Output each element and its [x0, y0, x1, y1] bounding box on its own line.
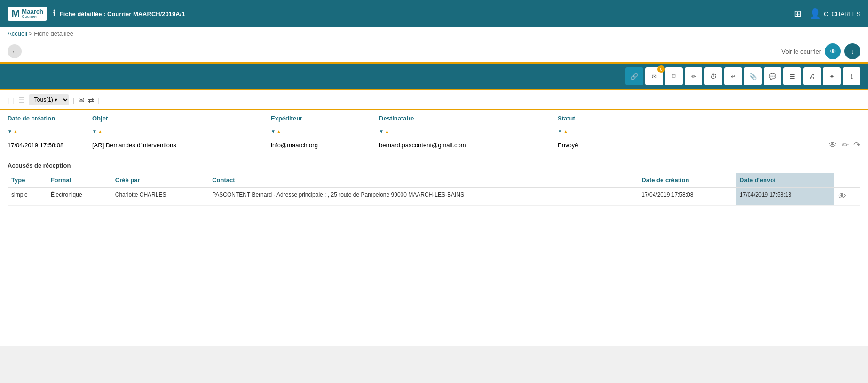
th-accuse-type: Type [8, 173, 47, 188]
filter-dropdown[interactable]: Tous(1) ▾ [29, 94, 69, 105]
filter-hamburger-icon: ☰ [18, 96, 25, 104]
th-accuse-contact: Contact [208, 173, 638, 188]
share-button[interactable]: ✦ [823, 67, 841, 85]
th-accuse-cree-par: Créé par [111, 173, 208, 188]
sort-destinataire[interactable]: ▼ ▲ [379, 129, 558, 134]
info-detail-button[interactable]: ℹ [843, 67, 860, 85]
logo-m-letter: M [11, 8, 20, 19]
row-view-icon[interactable]: 👁 [829, 140, 837, 150]
breadcrumb-current: Fiche détaillée [34, 30, 73, 37]
cell-statut: Envoyé [558, 142, 578, 149]
copy-icon: ⧉ [672, 72, 676, 80]
accuse-view-icon[interactable]: 👁 [838, 192, 846, 201]
toolbar-bar: ← Voir le courrier 👁 ↓ [0, 40, 868, 64]
accuse-row-action: 👁 [834, 188, 860, 206]
cell-destinataire: bernard.pascontent@gmail.com [379, 142, 558, 149]
cell-date-creation: 17/04/2019 17:58:08 [8, 142, 92, 149]
th-accuse-actions [834, 173, 860, 188]
row-actions: 👁 ✏ ↷ [829, 140, 860, 150]
sort-row: ▼ ▲ ▼ ▲ ▼ ▲ ▼ ▲ ▼ ▲ [0, 127, 868, 136]
table-row: 17/04/2019 17:58:08 [AR] Demandes d'inte… [0, 136, 868, 154]
breadcrumb-accueil[interactable]: Accueil [8, 30, 27, 37]
comment-button[interactable]: 💬 [764, 67, 781, 85]
reply-button[interactable]: ↩ [724, 67, 742, 85]
edit-button[interactable]: ✏ [685, 67, 702, 85]
list-icon: ☰ [789, 73, 795, 80]
th-objet: Objet [92, 115, 271, 122]
logo-text: Maarch Courrier [22, 8, 43, 19]
link-button[interactable]: 🔗 [625, 67, 643, 85]
filter-bar: | | ☰ Tous(1) ▾ | ✉ ⇄ | [0, 90, 868, 110]
attachment-icon: 📎 [749, 73, 757, 80]
sort-down-dest: ▼ [379, 129, 384, 134]
row-reply-icon[interactable]: ↷ [853, 140, 860, 150]
history-button[interactable]: ⏱ [704, 67, 722, 85]
comment-icon: 💬 [769, 73, 776, 80]
cell-statut-row: Envoyé 👁 ✏ ↷ [558, 140, 860, 150]
navbar-user[interactable]: 👤 C. CHARLES [809, 8, 860, 19]
cell-objet: [AR] Demandes d'interventions [92, 142, 271, 149]
sort-date-creation[interactable]: ▼ ▲ [8, 129, 92, 134]
email-badge: 0 [657, 65, 665, 73]
filter-transfer-icon: ⇄ [88, 96, 94, 104]
logo-box: M Maarch Courrier [8, 7, 47, 21]
th-expediteur: Expéditeur [271, 115, 379, 122]
logo-courrier: Courrier [22, 15, 43, 19]
accuse-table: Type Format Créé par Contact Date de cré… [8, 173, 860, 206]
accuse-type: simple [8, 188, 47, 206]
sort-down-exp: ▼ [271, 129, 276, 134]
accuse-date-envoi: 17/04/2019 17:58:13 [736, 188, 834, 206]
user-name-label: C. CHARLES [824, 10, 860, 17]
sort-statut[interactable]: ▼ ▲ [558, 129, 860, 134]
edit-icon: ✏ [691, 73, 696, 80]
accuse-cree-par: Charlotte CHARLES [111, 188, 208, 206]
breadcrumb-separator: > [29, 30, 32, 37]
list-button[interactable]: ☰ [783, 67, 801, 85]
grid-icon[interactable]: ⊞ [794, 8, 802, 19]
accuse-section: Accusés de réception Type Format Créé pa… [0, 154, 868, 213]
sort-up-exp: ▲ [276, 129, 281, 134]
sort-objet[interactable]: ▼ ▲ [92, 129, 271, 134]
accuse-contact: PASCONTENT Bernard - Adresse principale … [208, 188, 638, 206]
sort-down-statut: ▼ [558, 129, 562, 134]
view-button[interactable]: 👁 [825, 43, 841, 59]
attachment-button[interactable]: 📎 [744, 67, 762, 85]
row-edit-icon[interactable]: ✏ [842, 140, 849, 150]
print-button[interactable]: 🖨 [803, 67, 821, 85]
th-accuse-date-creation: Date de création [638, 173, 736, 188]
sort-up-statut: ▲ [563, 129, 568, 134]
th-date-creation: Date de création [8, 115, 92, 122]
back-button[interactable]: ← [8, 44, 22, 58]
sort-up-dest: ▲ [385, 129, 389, 134]
copy-button[interactable]: ⧉ [665, 67, 683, 85]
info-detail-icon: ℹ [851, 73, 853, 80]
accuse-format: Électronique [47, 188, 111, 206]
cell-expediteur: info@maarch.org [271, 142, 379, 149]
filter-sep-3: | [73, 96, 74, 104]
table-area: Date de création Objet Expéditeur Destin… [0, 110, 868, 154]
th-accuse-format: Format [47, 173, 111, 188]
sort-up-objet: ▲ [98, 129, 103, 134]
accuse-title: Accusés de réception [8, 162, 860, 169]
th-accuse-date-envoi: Date d'envoi [736, 173, 834, 188]
sort-down-objet: ▼ [92, 129, 97, 134]
user-avatar-icon: 👤 [809, 8, 821, 19]
accuse-header-row: Type Format Créé par Contact Date de cré… [8, 173, 860, 188]
print-icon: 🖨 [809, 73, 815, 80]
sort-expediteur[interactable]: ▼ ▲ [271, 129, 379, 134]
history-icon: ⏱ [710, 73, 717, 80]
back-icon: ← [12, 48, 18, 55]
icon-toolbar: 🔗 ✉ 0 ⧉ ✏ ⏱ ↩ 📎 💬 ☰ 🖨 ✦ [0, 64, 868, 90]
accuse-date-creation: 17/04/2019 17:58:08 [638, 188, 736, 206]
download-icon: ↓ [851, 48, 854, 55]
reply-icon: ↩ [731, 73, 736, 80]
voir-courrier-label: Voir le courrier [781, 48, 821, 55]
email-button[interactable]: ✉ 0 [645, 67, 663, 85]
navbar-logo[interactable]: M Maarch Courrier [8, 7, 47, 21]
email-icon: ✉ [652, 73, 657, 80]
filter-sep-2: | [13, 96, 14, 104]
share-icon: ✦ [829, 73, 835, 80]
filter-sep-1: | [8, 96, 9, 104]
navbar-right: ⊞ 👤 C. CHARLES [794, 8, 860, 19]
download-button[interactable]: ↓ [844, 43, 860, 59]
